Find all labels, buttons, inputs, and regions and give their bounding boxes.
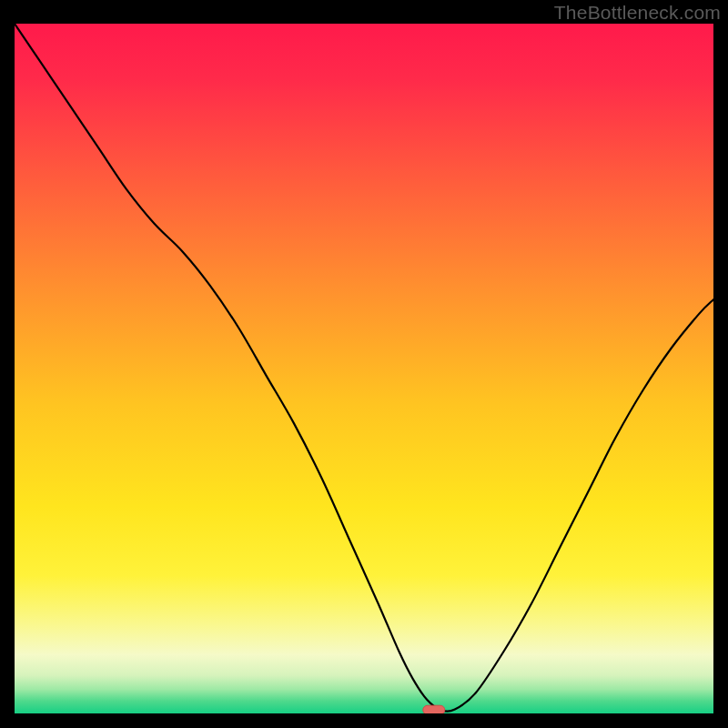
chart-svg bbox=[15, 24, 713, 713]
gradient-rect bbox=[15, 24, 713, 713]
chart-frame: TheBottleneck.com bbox=[0, 0, 728, 728]
optimum-marker bbox=[423, 705, 445, 713]
watermark-text: TheBottleneck.com bbox=[554, 2, 721, 24]
plot-area bbox=[15, 24, 713, 713]
